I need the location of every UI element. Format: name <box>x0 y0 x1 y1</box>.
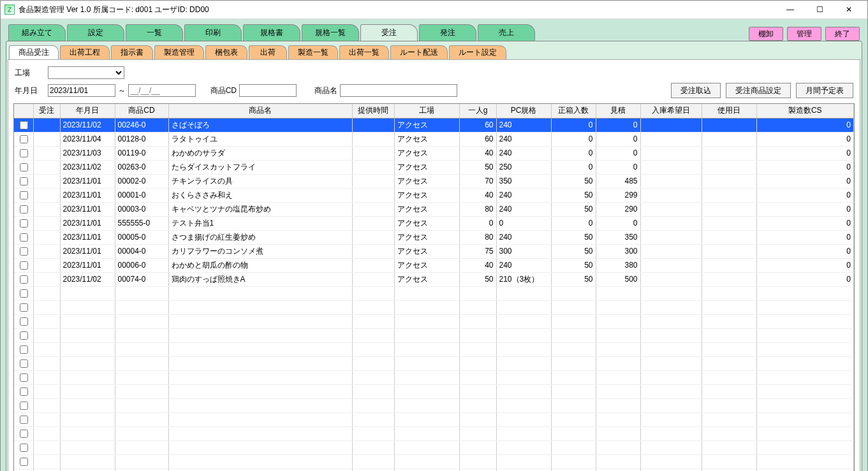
cell-cs[interactable]: 0 <box>756 146 854 160</box>
cell-in[interactable] <box>640 119 702 133</box>
cell-empty[interactable] <box>756 300 854 314</box>
row-checkbox[interactable] <box>20 345 28 354</box>
col-header-5[interactable]: 提供時間 <box>352 104 394 118</box>
table-row-empty[interactable] <box>14 342 854 356</box>
cell-empty[interactable] <box>168 342 352 356</box>
table-row[interactable]: 2023/11/0100006-0わかめと胡瓜の酢の物アクセス402405038… <box>14 258 854 272</box>
cell-fac[interactable]: アクセス <box>394 132 459 146</box>
cell-cs[interactable]: 0 <box>756 188 854 202</box>
cell-date[interactable]: 2023/11/01 <box>60 174 115 188</box>
cell-empty[interactable] <box>640 286 702 300</box>
sub-tab-1[interactable]: 出荷工程 <box>60 45 110 59</box>
cell-empty[interactable] <box>756 426 854 440</box>
row-checkbox[interactable] <box>20 121 28 129</box>
cell-empty[interactable] <box>60 328 115 342</box>
cell-empty[interactable] <box>394 300 459 314</box>
cell-empty[interactable] <box>496 342 551 356</box>
cell-empty[interactable] <box>394 286 459 300</box>
cell-use[interactable] <box>702 132 756 146</box>
col-header-7[interactable]: 一人g <box>459 104 496 118</box>
cell-empty[interactable] <box>115 398 168 412</box>
cell-name[interactable]: 鶏肉のすっぱ照焼きA <box>168 272 352 286</box>
cell-g[interactable]: 40 <box>459 146 496 160</box>
cell-empty[interactable] <box>33 454 60 468</box>
cell-use[interactable] <box>702 216 756 230</box>
cell-empty[interactable] <box>459 370 496 384</box>
cell-time[interactable] <box>352 174 394 188</box>
cell-empty[interactable] <box>596 300 640 314</box>
cell-empty[interactable] <box>496 384 551 398</box>
cell-cd[interactable]: 00001-0 <box>115 188 168 202</box>
cell-empty[interactable] <box>756 328 854 342</box>
cell-box[interactable]: 0 <box>551 160 596 174</box>
cell-cs[interactable]: 0 <box>756 272 854 286</box>
cell-empty[interactable] <box>496 468 551 471</box>
cell-empty[interactable] <box>551 342 596 356</box>
cell-chk[interactable] <box>14 132 33 146</box>
cell-empty[interactable] <box>702 314 756 328</box>
table-row-empty[interactable] <box>14 356 854 370</box>
table-row-empty[interactable] <box>14 468 854 471</box>
date-from-input[interactable] <box>48 84 115 97</box>
cell-empty[interactable] <box>702 286 756 300</box>
sub-tab-7[interactable]: 出荷一覧 <box>339 45 389 59</box>
cell-date[interactable]: 2023/11/01 <box>60 202 115 216</box>
row-checkbox[interactable] <box>20 149 28 157</box>
cell-empty[interactable] <box>596 426 640 440</box>
monthly-schedule-button[interactable]: 月間予定表 <box>796 83 853 98</box>
cell-empty[interactable] <box>352 412 394 426</box>
cell-empty[interactable] <box>60 440 115 454</box>
cell-empty[interactable] <box>168 440 352 454</box>
cell-g[interactable]: 50 <box>459 160 496 174</box>
table-row-empty[interactable] <box>14 384 854 398</box>
table-row[interactable]: 2023/11/0200246-0さばそぼろアクセス60240000 <box>14 119 854 133</box>
cell-pc[interactable]: 240 <box>496 202 551 216</box>
cell-empty[interactable] <box>115 454 168 468</box>
cell-name[interactable]: わかめのサラダ <box>168 146 352 160</box>
cell-empty[interactable] <box>756 356 854 370</box>
cell-empty[interactable] <box>756 440 854 454</box>
cell-empty[interactable] <box>394 384 459 398</box>
cell-empty[interactable] <box>115 300 168 314</box>
product-setting-button[interactable]: 受注商品設定 <box>726 83 791 98</box>
top-tab-3[interactable]: 印刷 <box>184 24 242 41</box>
cell-fac[interactable]: アクセス <box>394 244 459 258</box>
table-row-empty[interactable] <box>14 426 854 440</box>
cell-cs[interactable]: 0 <box>756 230 854 244</box>
cell-in[interactable] <box>640 230 702 244</box>
cell-empty[interactable] <box>756 314 854 328</box>
cell-empty[interactable] <box>459 440 496 454</box>
cell-empty[interactable] <box>702 370 756 384</box>
cell-empty[interactable] <box>459 300 496 314</box>
cell-g[interactable]: 80 <box>459 230 496 244</box>
cell-chk[interactable] <box>14 258 33 272</box>
sub-tab-6[interactable]: 製造一覧 <box>288 45 338 59</box>
cell-empty[interactable] <box>459 356 496 370</box>
cell-use[interactable] <box>702 202 756 216</box>
cell-empty[interactable] <box>394 412 459 426</box>
cell-empty[interactable] <box>551 412 596 426</box>
table-row[interactable]: 2023/11/0200074-0鶏肉のすっぱ照焼きAアクセス50210（3枚）… <box>14 272 854 286</box>
cell-empty[interactable] <box>352 384 394 398</box>
cell-use[interactable] <box>702 160 756 174</box>
cell-date[interactable]: 2023/11/01 <box>60 244 115 258</box>
row-checkbox[interactable] <box>20 444 28 452</box>
cell-empty[interactable] <box>496 328 551 342</box>
sub-tab-4[interactable]: 梱包表 <box>205 45 247 59</box>
cell-empty[interactable] <box>352 300 394 314</box>
cell-empty[interactable] <box>168 328 352 342</box>
row-checkbox[interactable] <box>20 191 28 199</box>
cell-name[interactable]: ラタトゥイユ <box>168 132 352 146</box>
cell-name[interactable]: たらダイスカットフライ <box>168 160 352 174</box>
row-checkbox[interactable] <box>20 458 28 466</box>
cell-date[interactable]: 2023/11/03 <box>60 146 115 160</box>
cell-empty[interactable] <box>551 286 596 300</box>
factory-select[interactable] <box>48 66 124 79</box>
cell-in[interactable] <box>640 272 702 286</box>
cell-box[interactable]: 50 <box>551 174 596 188</box>
cell-empty[interactable] <box>496 370 551 384</box>
cell-juchu[interactable] <box>33 202 60 216</box>
cell-est[interactable]: 0 <box>596 119 640 133</box>
table-row-empty[interactable] <box>14 454 854 468</box>
cell-chk[interactable] <box>14 188 33 202</box>
